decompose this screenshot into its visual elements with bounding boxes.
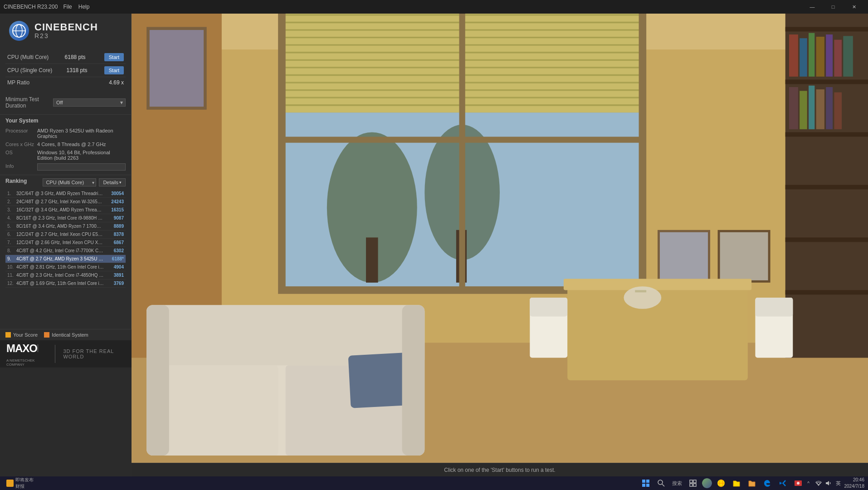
rank-name: 32C/64T @ 3 GHz, AMD Ryzen Threadripper …	[16, 191, 104, 196]
info-row: Info	[5, 162, 126, 172]
mp-ratio-value: 4.69 x	[109, 79, 124, 86]
render-image: www.renderbaron.de	[132, 14, 868, 476]
taskbar-center: 搜索	[639, 477, 805, 490]
rank-name: 16C/32T @ 3.4 GHz, AMD Ryzen Threadrippe…	[16, 207, 104, 212]
win-logo-cell-3	[642, 484, 645, 487]
edge-icon[interactable]	[761, 477, 774, 490]
svg-rect-20	[816, 37, 824, 77]
system-title: Your System	[5, 118, 126, 124]
ranking-row-5: 5. 8C/16T @ 3.4 GHz, AMD Ryzen 7 1700X E…	[5, 222, 126, 230]
explorer-icon[interactable]	[746, 477, 758, 490]
min-test-area: Minimum Test Duration Off 1 minute 5 min…	[0, 91, 131, 114]
rank-num: 10.	[7, 265, 16, 270]
svg-rect-12	[785, 79, 868, 84]
maxon-bar: MAXON A NEMETSCHEK COMPANY 3D FOR THE RE…	[0, 340, 132, 368]
search-taskbar-icon[interactable]	[655, 477, 668, 490]
ranking-row-6: 6. 12C/24T @ 2.7 GHz, Intel Xeon CPU E5-…	[5, 230, 126, 239]
photo-icon[interactable]	[792, 477, 805, 490]
svg-rect-78	[693, 480, 696, 483]
tray-ime-en[interactable]: 英	[834, 479, 843, 487]
svg-point-75	[658, 480, 663, 485]
svg-rect-54	[150, 30, 204, 107]
svg-rect-72	[146, 305, 169, 456]
ranking-row-2: 2. 24C/48T @ 2.7 GHz, Intel Xeon W-3265M…	[5, 198, 126, 206]
maximize-button[interactable]: □	[823, 0, 844, 14]
ranking-row-4: 4. 8C/16T @ 2.3 GHz, Intel Core i9-9880H…	[5, 214, 126, 222]
svg-rect-58	[720, 232, 768, 280]
rank-num: 7.	[7, 240, 16, 245]
min-test-dropdown-wrapper: Off 1 minute 5 minutes 10 minutes 30 min…	[53, 98, 126, 107]
svg-rect-50	[459, 14, 465, 290]
min-test-select[interactable]: Off 1 minute 5 minutes 10 minutes 30 min…	[53, 98, 126, 107]
win-logo-cell-2	[646, 480, 649, 483]
details-button[interactable]: Details	[99, 178, 126, 186]
your-score-label: Your Score	[13, 332, 38, 338]
processor-key: Processor	[5, 128, 37, 139]
taskbar-app-text: 即将发布 财报	[15, 477, 34, 490]
maxon-divider	[55, 345, 55, 363]
svg-marker-91	[826, 481, 829, 485]
tray-volume-icon[interactable]	[824, 479, 833, 487]
taskbar-app-sub: 财报	[15, 483, 34, 490]
titlebar-menu: File Help	[63, 4, 89, 10]
rank-num: 2.	[7, 199, 16, 204]
rank-name: 12C/24T @ 2.7 GHz, Intel Xeon CPU E5-269…	[16, 232, 104, 237]
app-logo-icon	[9, 21, 29, 41]
menu-file[interactable]: File	[63, 4, 72, 10]
svg-rect-27	[816, 89, 824, 129]
rank-num: 6.	[7, 232, 16, 237]
tray-chevron-icon[interactable]: ^	[805, 479, 813, 487]
rank-num: 5.	[7, 224, 16, 229]
svg-rect-73	[402, 305, 425, 456]
windows-start-icon[interactable]	[639, 477, 652, 490]
rank-name: 8C/16T @ 2.3 GHz, Intel Core i9-9880H CP…	[16, 216, 104, 220]
ranking-row-8: 8. 4C/8T @ 4.2 GHz, Intel Core i7-7700K …	[5, 247, 126, 255]
rank-num: 8.	[7, 248, 16, 253]
system-clock[interactable]: 20:46 2024/7/18	[844, 477, 865, 490]
rank-name: 4C/8T @ 2.3 GHz, Intel Core i7-4850HQ CP…	[16, 273, 104, 278]
svg-rect-29	[834, 93, 842, 129]
rank-score: 6867	[106, 240, 124, 245]
rank-name: 4C/8T @ 2.7 GHz, AMD Ryzen 3 5425U with …	[16, 256, 104, 261]
svg-point-61	[624, 286, 661, 309]
start-multi-core-button[interactable]: Start	[104, 53, 124, 61]
taskview-icon[interactable]	[687, 477, 699, 490]
ranking-category-select[interactable]: CPU (Multi Core) CPU (Single Core)	[43, 178, 96, 186]
rank-score: 24243	[106, 199, 124, 204]
legend-area: Your Score Identical System	[0, 329, 132, 340]
processor-value: AMD Ryzen 3 5425U with Radeon Graphics	[37, 128, 126, 139]
info-input[interactable]	[37, 163, 126, 171]
files-icon[interactable]	[730, 477, 743, 490]
rank-score: 6188*	[106, 256, 124, 261]
status-bar: Click on one of the 'Start' buttons to r…	[132, 463, 868, 476]
single-core-row: CPU (Single Core) 1318 pts Start	[5, 64, 126, 77]
user-avatar-icon[interactable]	[702, 478, 712, 488]
tray-network-icon[interactable]	[814, 479, 823, 487]
browser-icon[interactable]	[715, 477, 727, 490]
rank-name: 12C/24T @ 2.66 GHz, Intel Xeon CPU X5650	[16, 240, 104, 245]
svg-rect-56	[660, 232, 708, 280]
start-single-core-button[interactable]: Start	[104, 66, 124, 74]
windows-logo	[642, 480, 649, 487]
close-button[interactable]: ✕	[844, 0, 864, 14]
ranking-area: Ranking CPU (Multi Core) CPU (Single Cor…	[0, 175, 131, 354]
minimize-button[interactable]: —	[802, 0, 823, 14]
rank-score: 3891	[106, 273, 124, 278]
svg-rect-15	[785, 237, 868, 242]
info-key: Info	[5, 163, 37, 171]
rank-num: 1.	[7, 191, 16, 196]
taskbar: 即将发布 财报 搜索	[0, 476, 868, 490]
single-core-label: CPU (Single Core)	[7, 67, 52, 74]
taskbar-left: 即将发布 财报	[4, 476, 639, 490]
svg-rect-14	[785, 185, 868, 189]
rank-score: 4904	[106, 265, 124, 270]
cores-key: Cores x GHz	[5, 142, 37, 147]
maxon-tagline: 3D FOR THE REAL WORLD	[63, 348, 125, 359]
ranking-row-11: 11. 4C/8T @ 2.3 GHz, Intel Core i7-4850H…	[5, 271, 126, 279]
vscode-icon[interactable]	[776, 477, 789, 490]
menu-help[interactable]: Help	[78, 4, 90, 10]
app-title: CINEBENCH R23.200	[4, 4, 58, 10]
svg-rect-80	[693, 484, 696, 486]
os-row: OS Windows 10, 64 Bit, Professional Edit…	[5, 148, 126, 162]
app-version: R23	[34, 32, 98, 39]
